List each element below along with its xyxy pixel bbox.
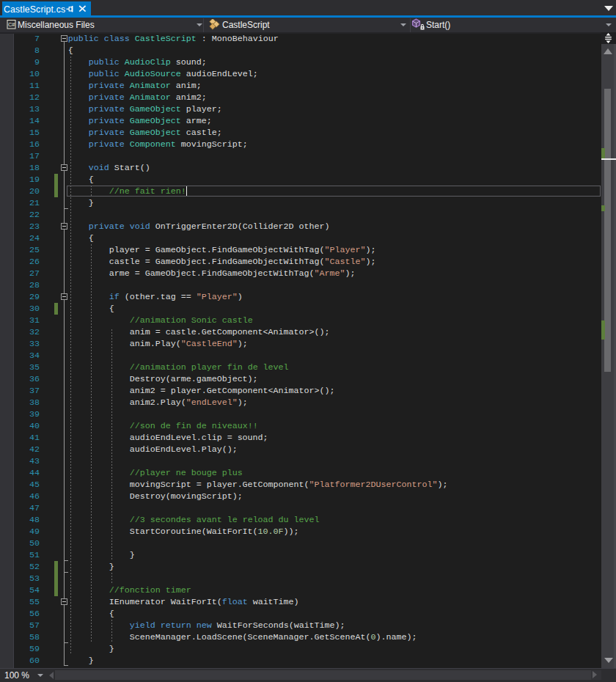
svg-text:C#: C# xyxy=(8,21,15,28)
